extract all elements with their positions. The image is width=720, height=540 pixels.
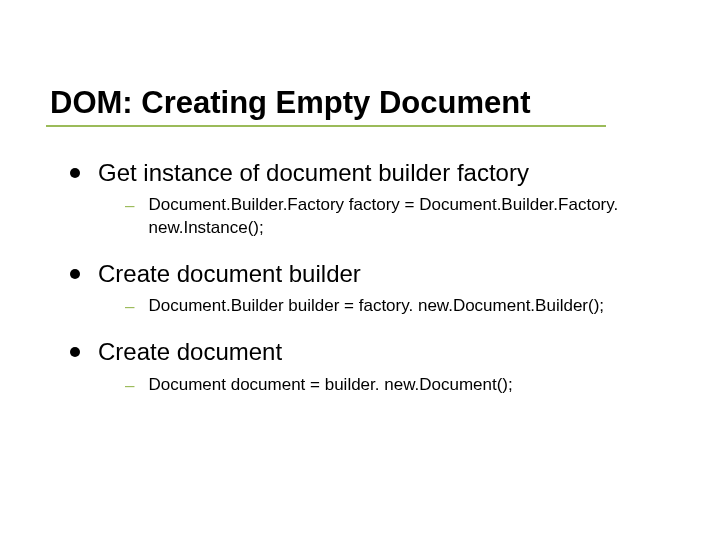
- slide-container: DOM: Creating Empty Document Get instanc…: [0, 0, 720, 445]
- list-subitem: – Document.Builder builder = factory. ne…: [125, 295, 670, 318]
- content-area: Get instance of document builder factory…: [50, 157, 670, 397]
- bullet-icon: [70, 269, 80, 279]
- dash-icon: –: [125, 375, 134, 397]
- bullet-icon: [70, 168, 80, 178]
- list-item: Create document builder: [70, 258, 670, 289]
- subitem-text: Document document = builder. new.Documen…: [148, 374, 512, 397]
- item-label: Create document: [98, 336, 282, 367]
- subitem-text: Document.Builder builder = factory. new.…: [148, 295, 604, 318]
- accent-line: [46, 125, 606, 127]
- dash-icon: –: [125, 296, 134, 318]
- list-subitem: – Document.Builder.Factory factory = Doc…: [125, 194, 670, 240]
- list-subitem: – Document document = builder. new.Docum…: [125, 374, 670, 397]
- bullet-icon: [70, 347, 80, 357]
- subitem-text: Document.Builder.Factory factory = Docum…: [148, 194, 670, 240]
- dash-icon: –: [125, 195, 134, 217]
- slide-title: DOM: Creating Empty Document: [50, 85, 670, 121]
- item-label: Create document builder: [98, 258, 361, 289]
- list-item: Create document: [70, 336, 670, 367]
- list-item: Get instance of document builder factory: [70, 157, 670, 188]
- item-label: Get instance of document builder factory: [98, 157, 529, 188]
